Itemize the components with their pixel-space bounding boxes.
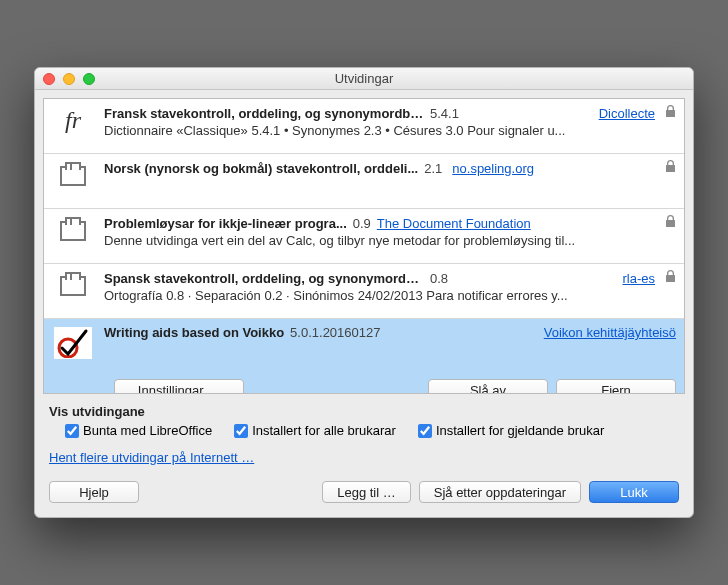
puzzle-icon	[60, 221, 86, 241]
extension-version: 0.8	[430, 271, 448, 286]
extension-version: 5.0.1.20160127	[290, 325, 380, 340]
extension-publisher-link[interactable]: Dicollecte	[599, 106, 655, 121]
extension-icon	[52, 270, 94, 310]
dialog-footer: Hjelp Legg til … Sjå etter oppdateringar…	[35, 475, 693, 517]
window-title: Utvidingar	[335, 71, 394, 86]
filter-section: Vis utvidingane Bunta med LibreOffice In…	[35, 394, 693, 442]
filter-allusers-check[interactable]: Installert for alle brukarar	[234, 423, 396, 438]
checkbox[interactable]	[418, 424, 432, 438]
selected-row-actions: Innstillingar … Slå av Fjern	[44, 373, 684, 394]
extension-version: 2.1	[424, 161, 442, 176]
checkbox[interactable]	[234, 424, 248, 438]
filter-currentuser-check[interactable]: Installert for gjeldande brukar	[418, 423, 604, 438]
extension-list[interactable]: fr Fransk stavekontroll, orddeling, og s…	[43, 98, 685, 394]
extension-icon	[52, 325, 94, 365]
titlebar[interactable]: Utvidingar	[35, 68, 693, 90]
filter-title: Vis utvidingane	[49, 404, 679, 419]
puzzle-icon	[60, 276, 86, 296]
close-button[interactable]: Lukk	[589, 481, 679, 503]
extension-publisher-link[interactable]: rla-es	[622, 271, 655, 286]
extension-name: Problemløysar for ikkje-lineær progra...	[104, 216, 347, 231]
voikko-icon	[54, 327, 92, 359]
remove-button[interactable]: Fjern	[556, 379, 676, 394]
extension-row[interactable]: Spansk stavekontroll, orddeling, og syno…	[44, 264, 684, 319]
extension-publisher-link[interactable]: no.speling.org	[452, 161, 534, 176]
checkbox[interactable]	[65, 424, 79, 438]
extension-version: 5.4.1	[430, 106, 459, 121]
zoom-window-button[interactable]	[83, 73, 95, 85]
extension-name: Norsk (nynorsk og bokmål) stavekontroll,…	[104, 161, 418, 176]
lock-icon	[665, 105, 676, 121]
disable-button[interactable]: Slå av	[428, 379, 548, 394]
filter-bundled-check[interactable]: Bunta med LibreOffice	[65, 423, 212, 438]
extension-version: 0.9	[353, 216, 371, 231]
extension-name: Spansk stavekontroll, orddeling, og syno…	[104, 271, 424, 286]
lock-icon	[665, 215, 676, 231]
lock-icon	[665, 160, 676, 176]
extension-row-selected[interactable]: Writing aids based on Voikko 5.0.1.20160…	[44, 319, 684, 373]
extension-publisher-link[interactable]: Voikon kehittäjäyhteisö	[544, 325, 676, 340]
extension-icon	[52, 160, 94, 200]
help-button[interactable]: Hjelp	[49, 481, 139, 503]
check-updates-button[interactable]: Sjå etter oppdateringar	[419, 481, 581, 503]
extension-row[interactable]: fr Fransk stavekontroll, orddeling, og s…	[44, 99, 684, 154]
extension-description: Dictionnaire «Classique» 5.4.1 • Synonym…	[104, 123, 676, 138]
puzzle-icon	[60, 166, 86, 186]
minimize-window-button[interactable]	[63, 73, 75, 85]
extension-description: Ortografía 0.8 · Separación 0.2 · Sinóni…	[104, 288, 676, 303]
extension-name: Writing aids based on Voikko	[104, 325, 284, 340]
add-button[interactable]: Legg til …	[322, 481, 411, 503]
checkbox-label: Bunta med LibreOffice	[83, 423, 212, 438]
extension-description: Denne utvidinga vert ein del av Calc, og…	[104, 233, 676, 248]
extension-publisher-link[interactable]: The Document Foundation	[377, 216, 531, 231]
close-window-button[interactable]	[43, 73, 55, 85]
extensions-dialog: Utvidingar fr Fransk stavekontroll, ordd…	[34, 67, 694, 518]
checkbox-label: Installert for gjeldande brukar	[436, 423, 604, 438]
extension-icon	[52, 215, 94, 255]
settings-button[interactable]: Innstillingar …	[114, 379, 244, 394]
checkbox-label: Installert for alle brukarar	[252, 423, 396, 438]
window-controls	[43, 73, 95, 85]
lock-icon	[665, 270, 676, 286]
get-more-extensions-link[interactable]: Hent fleire utvidingar på Internett …	[49, 450, 254, 465]
extension-row[interactable]: Norsk (nynorsk og bokmål) stavekontroll,…	[44, 154, 684, 209]
extension-icon: fr	[52, 105, 94, 145]
extension-name: Fransk stavekontroll, orddeling, og syno…	[104, 106, 424, 121]
extension-row[interactable]: Problemløysar for ikkje-lineær progra...…	[44, 209, 684, 264]
